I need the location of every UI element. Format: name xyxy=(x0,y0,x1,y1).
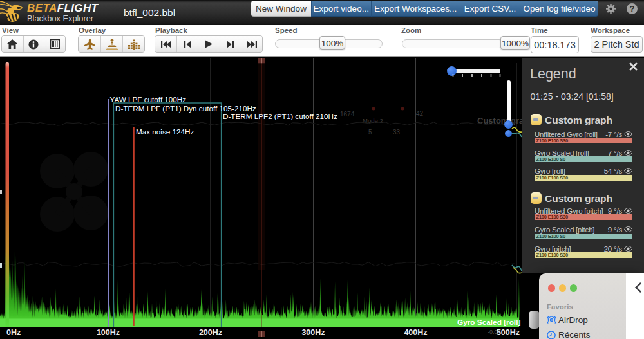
svg-text:D-TERM LPF (PT1) Dyn cutoff 10: D-TERM LPF (PT1) Dyn cutoff 105-210Hz xyxy=(115,104,256,113)
svg-text:D-TERM LPF2 (PT1) cutoff 210Hz: D-TERM LPF2 (PT1) cutoff 210Hz xyxy=(223,112,337,120)
svg-text:YAW LPF cutoff 100Hz: YAW LPF cutoff 100Hz xyxy=(110,95,187,104)
svg-text:500Hz: 500Hz xyxy=(497,328,520,337)
svg-text:0Hz: 0Hz xyxy=(6,328,21,337)
svg-text:Gyro Scaled [roll]: Gyro Scaled [roll] xyxy=(457,318,520,327)
svg-text:300Hz: 300Hz xyxy=(301,328,325,337)
svg-text:100Hz: 100Hz xyxy=(97,328,120,337)
svg-text:-0.0: -0.0 xyxy=(488,329,498,335)
svg-text:400Hz: 400Hz xyxy=(404,328,427,337)
svg-text:200Hz: 200Hz xyxy=(199,328,222,337)
svg-text:42: 42 xyxy=(416,110,424,117)
svg-text:5: 5 xyxy=(368,129,372,136)
svg-text:1674: 1674 xyxy=(340,111,355,118)
svg-text:33: 33 xyxy=(393,129,401,136)
svg-text:Max noise 124Hz: Max noise 124Hz xyxy=(136,127,194,136)
